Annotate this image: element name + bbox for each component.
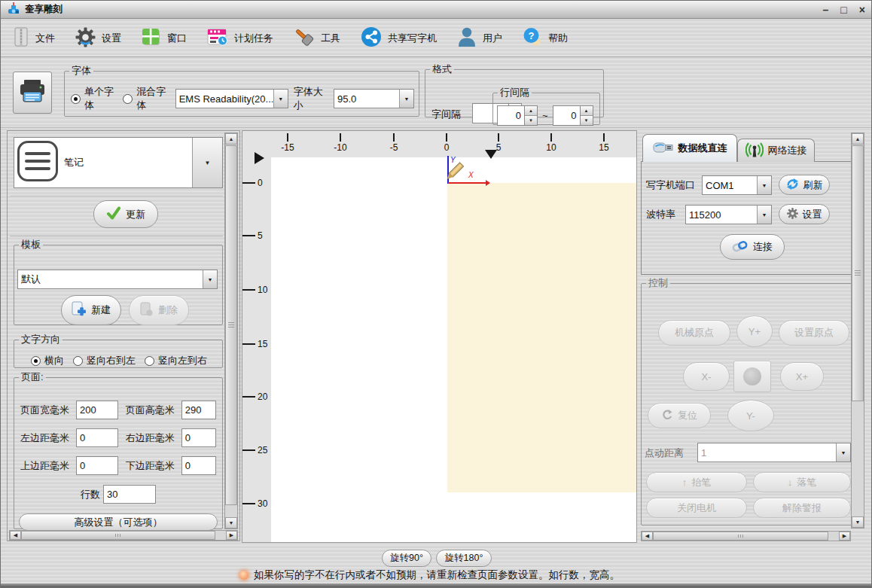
- refresh-button[interactable]: 刷新: [779, 175, 830, 195]
- menu-help[interactable]: ? 帮助: [523, 27, 568, 49]
- page-width-input[interactable]: 200: [76, 401, 118, 419]
- scroll-down-icon[interactable]: ▼: [852, 516, 864, 528]
- margin-right-input[interactable]: 0: [181, 428, 216, 447]
- menu-share-writer-label: 共享写字机: [388, 32, 437, 45]
- chevron-down-icon[interactable]: ▼: [192, 138, 222, 187]
- up-arrow-icon: ↑: [682, 477, 688, 488]
- x-minus-button[interactable]: X-: [683, 362, 730, 391]
- radio-vertical-rtl[interactable]: 竖向右到左: [73, 354, 136, 367]
- radio-horizontal[interactable]: 横向: [31, 354, 64, 367]
- clear-alarm-button[interactable]: 解除警报: [753, 498, 851, 518]
- template-select[interactable]: 默认 ▼: [17, 270, 218, 289]
- update-button[interactable]: 更新: [93, 200, 158, 228]
- spinner-down-icon[interactable]: ▼: [525, 116, 537, 125]
- y-minus-button[interactable]: Y-: [727, 400, 774, 431]
- menu-file[interactable]: 文件: [13, 27, 55, 49]
- scrollbar-thumb[interactable]: [852, 145, 864, 401]
- window-icon: [142, 27, 161, 49]
- scrollbar-thumb[interactable]: [653, 532, 828, 541]
- left-panel-vscrollbar[interactable]: ▲ ▼: [224, 133, 238, 529]
- stop-button[interactable]: [733, 361, 771, 392]
- spinner-down-icon[interactable]: ▼: [581, 116, 593, 125]
- margin-bottom-input[interactable]: 0: [181, 456, 216, 475]
- ruler-marker-down-icon[interactable]: [485, 150, 497, 159]
- left-panel-hscrollbar[interactable]: ◀ ▶: [9, 530, 238, 541]
- ruler-marker-right-icon[interactable]: [255, 152, 264, 164]
- scrollbar-thumb[interactable]: [225, 145, 237, 505]
- scroll-down-icon[interactable]: ▼: [225, 517, 237, 529]
- right-panel-hscrollbar[interactable]: ◀ ▶: [641, 531, 851, 541]
- scroll-right-icon[interactable]: ▶: [226, 531, 237, 540]
- chevron-down-icon[interactable]: ▼: [399, 90, 413, 108]
- row-count-input[interactable]: 30: [103, 485, 156, 504]
- template-new-button[interactable]: 新建: [61, 295, 121, 325]
- menu-window[interactable]: 窗口: [142, 27, 187, 49]
- font-group: 字体 单个字体 混合字体 EMS Readability(20... ▼ 字体大…: [64, 64, 419, 117]
- pen-up-button[interactable]: ↑ 抬笔: [646, 472, 747, 492]
- minimize-button[interactable]: –: [823, 5, 829, 15]
- line-spacing-to-spinner[interactable]: 0 ▲▼: [553, 105, 593, 126]
- chevron-down-icon[interactable]: ▼: [836, 443, 850, 462]
- file-icon: [13, 27, 29, 49]
- chevron-down-icon[interactable]: ▼: [757, 206, 771, 224]
- scroll-left-icon[interactable]: ◀: [642, 532, 653, 541]
- print-button[interactable]: [13, 72, 52, 114]
- port-select[interactable]: COM1 ▼: [702, 175, 772, 195]
- rotate-180-button[interactable]: 旋转180°: [436, 550, 492, 567]
- status-bar: 如果你写的字不在行内或者不如预期，请重新检查页面参数设置。如行数，宽高。: [1, 568, 871, 584]
- radio-single-font[interactable]: 单个字体: [71, 85, 117, 112]
- right-panel-vscrollbar[interactable]: ▲ ▼: [851, 133, 864, 529]
- radio-single-font-label: 单个字体: [84, 85, 117, 112]
- radio-vertical-ltr[interactable]: 竖向左到右: [145, 354, 207, 367]
- tilde-separator: ~: [542, 110, 548, 121]
- char-spacing-label: 字间隔: [431, 108, 461, 121]
- baud-select[interactable]: 115200 ▼: [685, 205, 772, 224]
- menu-tools[interactable]: 工具: [294, 26, 340, 50]
- motor-off-button[interactable]: 关闭电机: [646, 498, 747, 518]
- reset-button[interactable]: 复位: [648, 403, 711, 428]
- mechanical-origin-label: 机械原点: [675, 326, 714, 340]
- jog-distance-select[interactable]: 1 ▼: [697, 443, 851, 462]
- tab-network-connection[interactable]: 网络连接: [737, 139, 815, 162]
- radio-mixed-font[interactable]: 混合字体: [123, 85, 169, 112]
- menu-settings[interactable]: 设置: [75, 27, 121, 50]
- maximize-button[interactable]: □: [840, 5, 846, 15]
- menu-share-writer[interactable]: 共享写字机: [361, 26, 437, 50]
- template-delete-button[interactable]: 删除: [129, 295, 189, 325]
- set-origin-button[interactable]: 设置原点: [779, 320, 849, 346]
- spinner-up-icon[interactable]: ▲: [525, 106, 537, 116]
- drawing-canvas[interactable]: -15 -10 -5 0 5 10 15 0 5 10 15 20 25 30 …: [242, 130, 637, 543]
- share-icon: [361, 26, 382, 50]
- scroll-right-icon[interactable]: ▶: [839, 532, 850, 541]
- font-select[interactable]: EMS Readability(20... ▼: [175, 89, 288, 108]
- page-height-input[interactable]: 290: [181, 401, 216, 419]
- connect-button[interactable]: 连接: [720, 234, 785, 260]
- scrollbar-thumb[interactable]: [21, 531, 215, 540]
- advanced-settings-button[interactable]: 高级设置（可选项）: [19, 513, 218, 531]
- scroll-up-icon[interactable]: ▲: [225, 133, 237, 145]
- chevron-down-icon[interactable]: ▼: [273, 90, 288, 108]
- x-plus-button[interactable]: X+: [780, 362, 824, 391]
- scroll-left-icon[interactable]: ◀: [10, 531, 21, 540]
- tab-cable-connection[interactable]: 数据线直连: [642, 134, 737, 162]
- scroll-up-icon[interactable]: ▲: [852, 133, 864, 145]
- chevron-down-icon[interactable]: ▼: [757, 176, 771, 194]
- line-spacing-from-spinner[interactable]: 0 ▲▼: [497, 105, 538, 126]
- chevron-down-icon[interactable]: ▼: [203, 270, 217, 288]
- page-area[interactable]: [447, 183, 636, 492]
- font-size-select[interactable]: 95.0 ▼: [334, 89, 414, 108]
- menu-user[interactable]: 用户: [457, 26, 502, 50]
- status-text: 如果你写的字不在行内或者不如预期，请重新检查页面参数设置。如行数，宽高。: [254, 568, 620, 582]
- margin-top-input[interactable]: 0: [76, 456, 118, 475]
- rotate-90-button[interactable]: 旋转90°: [382, 550, 431, 567]
- machine-settings-button[interactable]: 设置: [779, 204, 830, 224]
- pen-down-button[interactable]: ↓ 落笔: [753, 472, 851, 492]
- menu-scheduled-tasks[interactable]: 计划任务: [207, 27, 273, 49]
- spinner-up-icon[interactable]: ▲: [581, 106, 593, 116]
- note-selector[interactable]: 笔记 ▼: [14, 137, 223, 188]
- menu-help-label: 帮助: [548, 32, 568, 45]
- close-button[interactable]: ×: [859, 5, 865, 15]
- margin-left-input[interactable]: 0: [76, 428, 118, 447]
- y-plus-button[interactable]: Y+: [736, 315, 773, 347]
- mechanical-origin-button[interactable]: 机械原点: [658, 320, 730, 346]
